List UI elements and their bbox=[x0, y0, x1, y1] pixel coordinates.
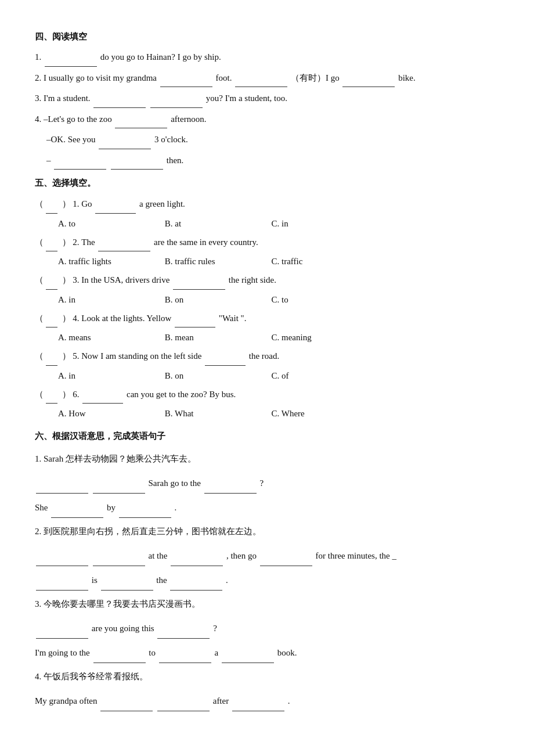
q5-5-blank bbox=[205, 365, 246, 366]
q4-4-num: 4. bbox=[35, 114, 41, 124]
q5-3-choice-b: B. on bbox=[165, 292, 269, 308]
q4-4b-blank1 bbox=[99, 149, 151, 149]
q4-4: 4. –Let's go to the zoo afternoon. bbox=[35, 110, 499, 129]
q4-4b-text2: 3 o'clock. bbox=[154, 135, 188, 144]
q5-5-choice-b: B. on bbox=[165, 368, 269, 384]
q4-4c-blank2 bbox=[111, 169, 163, 170]
q5-2-choice-b: B. traffic rules bbox=[165, 254, 269, 269]
q5-4-choice-c: C. meaning bbox=[272, 330, 376, 345]
q6-2-is: is bbox=[92, 575, 100, 585]
q6-2-period: . bbox=[226, 575, 228, 585]
q5-1: （ ） 1. Go a green light. bbox=[35, 195, 499, 214]
q5-2-choice-a: A. traffic lights bbox=[58, 254, 163, 269]
q4-4c-text: then. bbox=[167, 156, 184, 165]
q6-1-line2: She by . bbox=[35, 497, 499, 518]
q6-3-blank3 bbox=[93, 663, 146, 663]
q6-1-text1: Sarah go to the bbox=[149, 478, 203, 488]
q6-4-blank3 bbox=[232, 711, 284, 711]
q5-1-text: a green light. bbox=[139, 199, 185, 208]
q5-6-choice-a: A. How bbox=[58, 406, 163, 422]
section-five: 五、选择填空。 （ ） 1. Go a green light. A. to B… bbox=[35, 175, 499, 422]
q4-3-blank2 bbox=[150, 107, 203, 108]
q6-4-period: . bbox=[288, 696, 290, 705]
q6-3-blank2 bbox=[157, 638, 210, 639]
q5-3-text: the right side. bbox=[229, 275, 276, 285]
q5-5: （ ） 5. Now I am standing on the left sid… bbox=[35, 347, 499, 366]
q5-4-paren-open: （ bbox=[35, 314, 44, 323]
q6-1-period: . bbox=[175, 503, 177, 512]
q5-5-paren-open: （ bbox=[35, 351, 44, 361]
q6-1-text2: ? bbox=[259, 478, 264, 488]
q6-4-line1: My grandpa often after . bbox=[35, 690, 499, 711]
q5-2-paren-open: （ bbox=[35, 237, 44, 247]
q6-1-blank3 bbox=[204, 493, 257, 494]
q4-4b: –OK. See you 3 o'clock. bbox=[46, 131, 499, 149]
q6-2-text3: for three minutes, the _ bbox=[315, 551, 396, 560]
q6-2-label: 2. 到医院那里向右拐，然后直走三分钟，图书馆就在左边。 bbox=[35, 524, 499, 539]
q4-2-blank3 bbox=[342, 87, 395, 87]
q6-2-blank1 bbox=[36, 566, 88, 566]
q4-3-blank1 bbox=[93, 107, 146, 108]
q5-1-choice-c: C. in bbox=[272, 216, 376, 232]
q4-1-blank1 bbox=[45, 66, 97, 67]
q4-3-num: 3. bbox=[35, 93, 41, 103]
q6-2-blank7 bbox=[170, 590, 222, 591]
q5-6-paren-open: （ bbox=[35, 390, 44, 399]
q5-6-choice-c: C. Where bbox=[272, 406, 376, 422]
q6-2-text2: , then go bbox=[226, 551, 259, 560]
q6-2-blank4 bbox=[260, 566, 312, 566]
q6-3-text2: I'm going to the bbox=[35, 648, 92, 657]
q4-2-text2: foot. bbox=[215, 73, 234, 82]
section-four-title: 四、阅读填空 bbox=[35, 29, 499, 45]
q5-2-choice-c: C. traffic bbox=[272, 254, 376, 269]
q6-3-blank1 bbox=[36, 638, 88, 639]
q5-6-blank bbox=[82, 403, 123, 404]
q5-6: （ ） 6. can you get to the zoo? By bus. bbox=[35, 385, 499, 404]
q5-3-choices: A. in B. on C. to bbox=[58, 292, 499, 308]
q5-3-choice-c: C. to bbox=[272, 292, 376, 308]
q4-4-text2: afternoon. bbox=[171, 114, 206, 124]
q5-3-choice-a: A. in bbox=[58, 292, 163, 308]
q5-1-num: 1. Go bbox=[73, 199, 94, 208]
q6-3-q: ? bbox=[213, 624, 217, 633]
q5-5-num: 5. Now I am standing on the left side bbox=[73, 351, 204, 361]
q4-2-text3: （有时）I go bbox=[291, 73, 342, 82]
q6-2-blank3 bbox=[171, 566, 223, 566]
q4-4-text1: –Let's go to the zoo bbox=[44, 114, 114, 124]
q6-4-after: after bbox=[213, 696, 231, 705]
q4-1-text: do you go to Hainan? I go by ship. bbox=[100, 52, 221, 62]
q5-5-choice-a: A. in bbox=[58, 368, 163, 384]
q5-1-paren-open: （ bbox=[35, 199, 44, 208]
q5-3-paren-blank bbox=[46, 271, 57, 290]
q5-4-num: 4. Look at the lights. Yellow bbox=[73, 314, 174, 323]
q4-4c: – then. bbox=[46, 152, 499, 170]
q6-2-blank6 bbox=[101, 590, 153, 591]
q5-4-choice-b: B. mean bbox=[165, 330, 269, 345]
q6-3-num: 3. 今晚你要去哪里？我要去书店买漫画书。 bbox=[35, 599, 200, 609]
q4-4c-blank1 bbox=[54, 169, 106, 170]
q4-3-text2: you? I'm a student, too. bbox=[206, 93, 287, 103]
q4-2-text1: I usually go to visit my grandma bbox=[44, 73, 159, 82]
section-six-title: 六、根据汉语意思，完成英语句子 bbox=[35, 429, 499, 444]
q4-3: 3. I'm a student. you? I'm a student, to… bbox=[35, 89, 499, 108]
q6-3-line1: are you going this ? bbox=[35, 618, 499, 639]
q6-2-text1: at the bbox=[149, 551, 170, 560]
q4-4c-dash: – bbox=[46, 156, 51, 165]
q5-5-choice-c: C. of bbox=[272, 368, 376, 384]
q6-1-she: She bbox=[35, 503, 50, 512]
section-six: 六、根据汉语意思，完成英语句子 1. Sarah 怎样去动物园？她乘公共汽车去。… bbox=[35, 429, 499, 711]
q5-5-text: the road. bbox=[249, 351, 279, 361]
q6-1-label: 1. Sarah 怎样去动物园？她乘公共汽车去。 bbox=[35, 451, 499, 467]
q6-3-to: to bbox=[149, 648, 157, 657]
q5-2-paren-blank bbox=[46, 233, 57, 252]
q5-4: （ ） 4. Look at the lights. Yellow "Wait … bbox=[35, 309, 499, 328]
q6-2-blank5 bbox=[36, 590, 88, 591]
q6-2-line1: at the , then go for three minutes, the … bbox=[35, 545, 499, 566]
q5-2: （ ） 2. The are the same in every country… bbox=[35, 233, 499, 252]
section-four: 四、阅读填空 1. do you go to Hainan? I go by s… bbox=[35, 29, 499, 170]
q5-1-blank bbox=[95, 213, 136, 214]
q5-6-paren-blank bbox=[46, 385, 57, 404]
q6-4-label: 4. 午饭后我爷爷经常看报纸。 bbox=[35, 669, 499, 685]
q5-2-text: are the same in every country. bbox=[154, 237, 258, 247]
q5-6-num: 6. bbox=[73, 390, 81, 399]
